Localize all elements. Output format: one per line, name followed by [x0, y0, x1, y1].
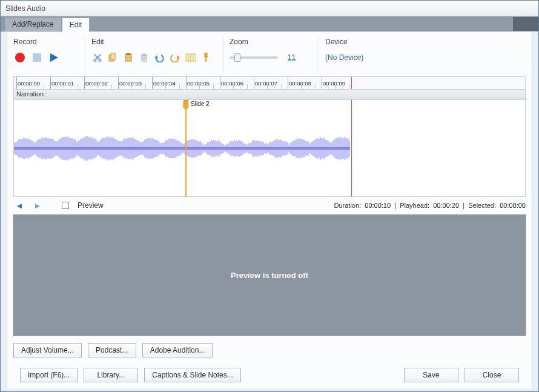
ruler-tick-label: 00:00:09: [323, 80, 345, 87]
ruler-tick-label: 00:00:00: [18, 80, 40, 87]
library-button[interactable]: Library...: [84, 368, 138, 382]
slide-marker-label: Slide 2: [191, 101, 210, 107]
adjust-volume-button[interactable]: Adjust Volume...: [13, 343, 82, 357]
undo-icon[interactable]: [154, 51, 166, 64]
next-arrow-icon[interactable]: ►: [31, 201, 44, 210]
captions-button[interactable]: Captions & Slide Notes...: [144, 368, 240, 382]
ruler-tick-label: 00:00:07: [255, 80, 277, 87]
insert-silence-icon[interactable]: [185, 51, 197, 64]
adobe-audition-button[interactable]: Adobe Audition...: [142, 343, 213, 357]
ruler-tick-label: 00:00:03: [119, 80, 142, 87]
dialog-buttons-row: Import (F6)... Library... Captions & Sli…: [20, 368, 519, 382]
redo-icon[interactable]: [169, 51, 181, 64]
save-button[interactable]: Save: [404, 368, 458, 382]
ruler-tick-label: 00:00:04: [153, 80, 176, 87]
edit-buttons-row: Adjust Volume... Podcast... Adobe Auditi…: [13, 343, 526, 357]
stop-button[interactable]: [30, 51, 44, 64]
copy-icon[interactable]: [107, 51, 119, 64]
delete-icon[interactable]: [138, 51, 150, 64]
svg-rect-8: [127, 53, 130, 55]
svg-rect-6: [111, 53, 116, 59]
status-row: ◄ ► Preview Duration: 00:00:10 | Playhea…: [13, 199, 526, 212]
record-button[interactable]: [13, 51, 27, 64]
zoom-slider-thumb[interactable]: [234, 53, 240, 62]
close-button[interactable]: Close: [465, 368, 519, 382]
window-title: Slides Audio: [5, 4, 45, 13]
paste-icon[interactable]: [122, 51, 134, 64]
preview-off-message: Preview is turned off: [231, 271, 308, 280]
preview-checkbox[interactable]: [62, 202, 69, 209]
svg-marker-2: [50, 53, 58, 62]
narration-header: Narration :: [13, 90, 526, 100]
marker-icon[interactable]: [200, 51, 212, 64]
edit-panel: Record Edit: [7, 32, 532, 390]
svg-rect-1: [33, 53, 41, 62]
import-button[interactable]: Import (F6)...: [20, 368, 78, 382]
playhead-handle[interactable]: [184, 100, 188, 108]
preview-checkbox-label: Preview: [78, 201, 104, 210]
tab-add-replace[interactable]: Add/Replace: [4, 17, 62, 31]
tabs-overflow: [513, 17, 538, 31]
device-select[interactable]: (No Device): [325, 53, 363, 62]
ruler-tick-label: 00:00:05: [187, 80, 210, 87]
group-label-edit: Edit: [91, 38, 212, 46]
prev-arrow-icon[interactable]: ◄: [13, 201, 25, 210]
timeline-ruler[interactable]: 00:00:0000:00:0100:00:0200:00:0300:00:04…: [13, 76, 526, 90]
group-label-device: Device: [325, 38, 391, 46]
tab-edit[interactable]: Edit: [62, 18, 90, 32]
ruler-tick-label: 00:00:02: [85, 80, 108, 87]
status-readout: Duration: 00:00:10 | Playhead: 00:00:20 …: [334, 202, 526, 209]
playhead-line[interactable]: [185, 100, 187, 197]
slides-audio-window: Slides Audio Add/Replace Edit Record: [0, 0, 539, 392]
tabs-row: Add/Replace Edit: [1, 16, 538, 32]
toolbar-groups: Record Edit: [13, 38, 526, 73]
ruler-tick-label: 00:00:06: [221, 80, 243, 87]
waveform: [14, 135, 350, 162]
group-label-record: Record: [13, 38, 74, 46]
tab-label: Add/Replace: [12, 20, 54, 28]
ruler-tick-label: 00:00:01: [51, 80, 74, 87]
svg-rect-13: [205, 53, 207, 57]
zoom-value[interactable]: 11: [288, 53, 296, 62]
podcast-button[interactable]: Podcast...: [88, 343, 136, 357]
zoom-slider[interactable]: [230, 56, 278, 59]
tab-label: Edit: [70, 21, 82, 29]
audio-track[interactable]: Slide 2: [13, 100, 526, 197]
group-label-zoom: Zoom: [230, 38, 308, 46]
play-button[interactable]: [47, 51, 61, 64]
cut-icon[interactable]: [91, 51, 104, 64]
preview-area: Preview is turned off: [13, 214, 526, 336]
ruler-tick-label: 00:00:08: [289, 80, 311, 87]
end-marker: [351, 100, 352, 197]
titlebar: Slides Audio: [1, 1, 538, 16]
svg-point-0: [15, 53, 25, 62]
